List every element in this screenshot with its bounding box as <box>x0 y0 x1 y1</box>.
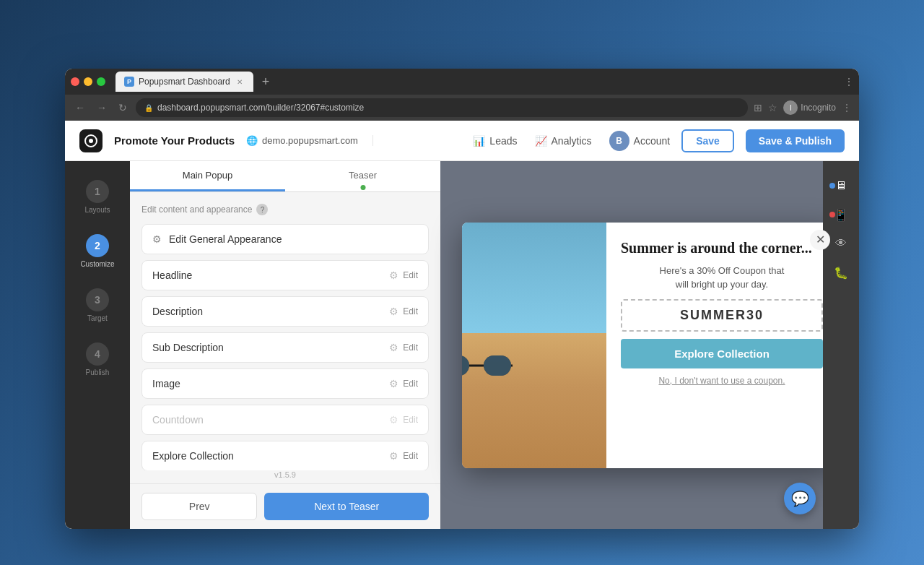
bug-report-button[interactable]: 🐛 <box>828 259 854 285</box>
appearance-icon: ⚙ <box>152 233 162 245</box>
app-logo <box>79 129 103 152</box>
edit-button[interactable]: Edit <box>403 342 418 353</box>
account-label: Account <box>634 135 671 147</box>
editor-footer: Prev Next to Teaser <box>130 483 440 529</box>
step-circle-4: 4 <box>86 342 109 366</box>
gear-icon: ⚙ <box>389 450 398 462</box>
right-toolbar: 🖥 📱 👁 🐛 <box>823 161 859 529</box>
edit-item-right: ⚙ Edit <box>389 306 418 317</box>
popup-cta-button[interactable]: Explore Collection <box>621 339 823 368</box>
popup-decline-link[interactable]: No, I don't want to use a coupon. <box>621 376 823 386</box>
sidebar-step-publish[interactable]: 4 Publish <box>65 335 130 384</box>
popup-coupon: SUMMER30 <box>621 299 823 332</box>
edit-item-image[interactable]: Image ⚙ Edit <box>141 368 429 399</box>
address-actions: ⊞ ☆ I Incognito ⋮ <box>754 100 852 115</box>
edit-item-label: Image <box>152 378 180 389</box>
edit-item-left: Countdown <box>152 414 204 426</box>
step-label-publish: Publish <box>86 368 110 376</box>
version-label: v1.5.9 <box>130 470 440 483</box>
step-label-target: Target <box>87 314 108 322</box>
next-button[interactable]: Next to Teaser <box>264 493 429 520</box>
chat-bubble[interactable]: 💬 <box>784 483 816 514</box>
sidebar-step-customize[interactable]: 2 Customize <box>65 227 130 275</box>
menu-icon[interactable]: ⋮ <box>842 102 852 113</box>
mobile-indicator <box>829 212 835 217</box>
edit-item-label: Countdown <box>152 414 204 426</box>
site-url: demo.popupsmart.com <box>262 135 358 146</box>
edit-item-label: Edit General Appearance <box>169 233 282 245</box>
step-circle-3: 3 <box>86 288 109 311</box>
header-nav: 📊 Leads 📈 Analytics B Account <box>473 131 670 151</box>
edit-item-explore-collection[interactable]: Explore Collection ⚙ Edit <box>141 441 429 470</box>
minimize-control[interactable] <box>84 77 92 86</box>
desktop-view-button[interactable]: 🖥 <box>828 173 854 199</box>
forward-button[interactable]: → <box>94 100 110 115</box>
sidebar-step-layouts[interactable]: 1 Layouts <box>65 173 130 221</box>
save-publish-button[interactable]: Save & Publish <box>746 129 845 152</box>
save-button[interactable]: Save <box>681 129 734 152</box>
step-circle-1: 1 <box>86 180 109 203</box>
gear-icon: ⚙ <box>389 306 398 317</box>
edit-button: Edit <box>403 415 418 425</box>
preview-icon: 👁 <box>835 237 847 250</box>
popup-close-button[interactable]: ✕ <box>810 230 830 250</box>
edit-item-left: Description <box>152 306 203 317</box>
edit-button[interactable]: Edit <box>403 379 418 389</box>
bookmark-icon[interactable]: ☆ <box>768 102 777 113</box>
edit-item-sub-description[interactable]: Sub Description ⚙ Edit <box>141 332 429 363</box>
popup-description: Here's a 30% Off Coupon thatwill bright … <box>621 264 823 292</box>
preview-button[interactable]: 👁 <box>828 230 854 256</box>
edit-item-left: ⚙ Edit General Appearance <box>152 233 282 245</box>
sidebar-step-target[interactable]: 3 Target <box>65 281 130 329</box>
address-bar: ← → ↻ 🔒 dashboard.popupsmart.com/builder… <box>65 95 859 121</box>
tab-teaser[interactable]: Teaser <box>285 161 440 191</box>
leads-nav-item[interactable]: 📊 Leads <box>473 135 517 147</box>
svg-rect-8 <box>484 355 511 376</box>
mobile-view-button[interactable]: 📱 <box>828 202 854 228</box>
edit-item-description[interactable]: Description ⚙ Edit <box>141 296 429 327</box>
svg-rect-7 <box>462 355 469 376</box>
edit-item-left: Sub Description <box>152 342 224 353</box>
left-sidebar: 1 Layouts 2 Customize 3 Target 4 Publish <box>65 161 130 529</box>
edit-button[interactable]: Edit <box>403 306 418 316</box>
edit-button[interactable]: Edit <box>403 451 418 461</box>
close-control[interactable] <box>71 77 79 86</box>
tab-menu-button[interactable]: ⋮ <box>845 77 853 87</box>
extensions-icon[interactable]: ⊞ <box>754 102 762 113</box>
address-field[interactable]: 🔒 dashboard.popupsmart.com/builder/32067… <box>136 98 748 117</box>
active-tab[interactable]: P Popupsmart Dashboard ✕ <box>116 72 253 92</box>
tab-close-button[interactable]: ✕ <box>235 77 245 87</box>
edit-item-left: Image <box>152 378 180 389</box>
popup-image <box>462 223 606 468</box>
app-title: Promote Your Products <box>114 134 235 147</box>
edit-item-left: Headline <box>152 269 192 281</box>
gear-icon: ⚙ <box>389 342 398 353</box>
panel-tabs: Main Popup Teaser <box>130 161 440 192</box>
editor-panel: Main Popup Teaser Edit content and appea… <box>130 161 440 529</box>
edit-item-countdown[interactable]: Countdown ⚙ Edit <box>141 405 429 435</box>
gear-icon: ⚙ <box>389 378 398 389</box>
edit-item-headline[interactable]: Headline ⚙ Edit <box>141 260 429 290</box>
edit-item-right: ⚙ Edit <box>389 342 418 353</box>
help-icon[interactable]: ? <box>256 204 268 215</box>
account-badge[interactable]: B Account <box>609 131 671 151</box>
site-badge: 🌐 demo.popupsmart.com <box>246 135 373 146</box>
leads-label: Leads <box>489 135 517 147</box>
step-label-layouts: Layouts <box>84 206 110 214</box>
preview-area: ✕ <box>440 161 859 529</box>
new-tab-button[interactable]: + <box>258 74 274 90</box>
back-button[interactable]: ← <box>72 100 88 115</box>
app-header: Promote Your Products 🌐 demo.popupsmart.… <box>65 121 859 161</box>
tab-bar: P Popupsmart Dashboard ✕ + ⋮ <box>65 69 859 95</box>
prev-button[interactable]: Prev <box>141 493 257 520</box>
gear-icon: ⚙ <box>389 414 398 426</box>
edit-item-right: ⚙ Edit <box>389 450 418 462</box>
tab-main-popup[interactable]: Main Popup <box>130 161 285 191</box>
analytics-nav-item[interactable]: 📈 Analytics <box>535 135 592 147</box>
popup-headline: Summer is around the corner... <box>621 240 823 256</box>
reload-button[interactable]: ↻ <box>116 100 130 115</box>
edit-item-general-appearance[interactable]: ⚙ Edit General Appearance <box>141 224 429 254</box>
edit-button[interactable]: Edit <box>403 270 418 280</box>
edit-item-label: Description <box>152 306 203 317</box>
maximize-control[interactable] <box>97 77 105 86</box>
